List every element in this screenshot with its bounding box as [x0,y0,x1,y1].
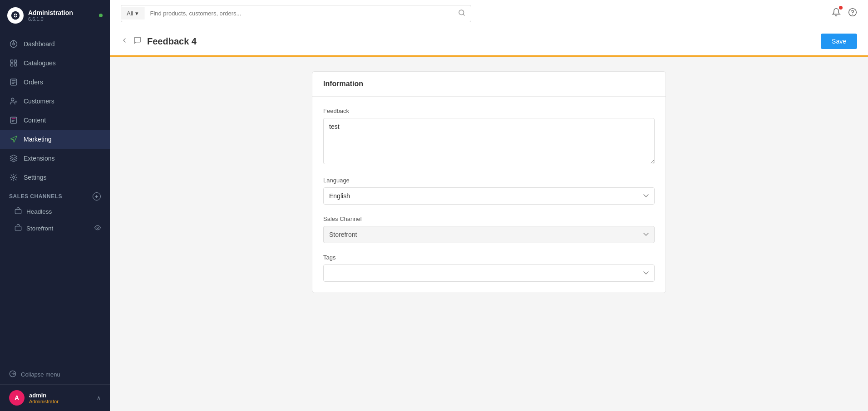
sidebar-brand: Administration 6.6.1.0 [28,9,94,22]
dashboard-icon [9,39,18,49]
collapse-menu-item[interactable]: Collapse menu [0,365,110,384]
save-button[interactable]: Save [821,34,857,49]
information-card: Information Feedback test Language Engli… [312,71,666,293]
svg-point-23 [849,9,857,16]
sidebar-item-content[interactable]: Content [0,111,110,130]
user-menu-chevron[interactable]: ∧ [97,395,101,401]
tags-form-group: Tags [323,254,655,282]
feedback-label: Feedback [323,108,655,114]
orders-icon [9,78,18,87]
user-info: admin Administrator [29,392,92,404]
extensions-icon [9,154,18,163]
customers-icon [9,97,18,106]
main-content: All ▾ [110,0,868,411]
topbar-icons [832,8,857,19]
help-button[interactable] [848,8,857,19]
dashboard-label: Dashboard [24,40,55,48]
sidebar-item-dashboard[interactable]: Dashboard [0,34,110,54]
svg-rect-5 [15,60,17,62]
language-label: Language [323,177,655,184]
settings-icon [9,173,18,182]
collapse-menu-label: Collapse menu [21,371,60,378]
card-header: Information [312,72,666,97]
sidebar: Administration 6.6.1.0 Dashboard [0,0,110,411]
svg-point-12 [11,98,14,101]
comment-button[interactable] [133,36,142,47]
orders-label: Orders [24,78,43,86]
logo [7,7,24,24]
brand-name: Administration [28,9,94,16]
notifications-button[interactable] [832,8,841,19]
extensions-label: Extensions [24,155,54,162]
sidebar-item-marketing[interactable]: Marketing [0,130,110,149]
brand-version: 6.6.1.0 [28,16,94,22]
storefront-label: Storefront [26,225,53,232]
settings-label: Settings [24,174,47,181]
feedback-form-group: Feedback test [323,108,655,166]
sales-channel-label: Sales Channel [323,215,655,222]
svg-rect-7 [15,64,17,66]
search-filter-button[interactable]: All ▾ [121,7,144,20]
topbar: All ▾ [110,0,868,27]
language-select[interactable]: English German French Spanish [323,187,655,205]
feedback-textarea[interactable]: test [323,118,655,164]
user-avatar: A [9,390,25,406]
search-input[interactable] [144,7,453,20]
svg-point-20 [97,227,99,229]
sidebar-item-settings[interactable]: Settings [0,168,110,187]
user-name: admin [29,392,92,399]
headless-icon [15,207,22,216]
svg-point-17 [13,176,15,179]
sidebar-item-orders[interactable]: Orders [0,73,110,92]
online-indicator [99,14,103,17]
content-area: Information Feedback test Language Engli… [110,57,868,411]
catalogues-label: Catalogues [24,59,56,67]
sidebar-header: Administration 6.6.1.0 [0,0,110,31]
marketing-label: Marketing [24,136,51,143]
page-header: Feedback 4 Save [110,27,868,57]
back-button[interactable] [121,37,128,46]
search-filter-label: All [127,10,133,17]
svg-rect-4 [10,60,13,62]
catalogues-icon [9,59,18,68]
add-sales-channel-button[interactable]: + [93,192,101,201]
tags-label: Tags [323,254,655,261]
card-body: Feedback test Language English German Fr… [312,97,666,293]
marketing-icon [9,135,18,144]
sidebar-item-catalogues[interactable]: Catalogues [0,54,110,73]
svg-rect-6 [10,64,13,66]
user-role: Administrator [29,399,92,404]
sidebar-item-extensions[interactable]: Extensions [0,149,110,168]
search-filter-chevron-icon: ▾ [135,10,138,17]
svg-point-2 [13,43,15,45]
sidebar-item-storefront[interactable]: Storefront [0,220,110,237]
content-icon [9,116,18,125]
storefront-visibility-icon [94,225,101,232]
tags-select[interactable] [323,264,655,282]
page-title: Feedback 4 [147,36,197,47]
sidebar-item-headless[interactable]: Headless [0,203,110,220]
sidebar-item-customers[interactable]: Customers [0,92,110,111]
content-label: Content [24,117,46,124]
sidebar-user: A admin Administrator ∧ [0,384,110,411]
search-wrapper: All ▾ [121,5,471,22]
collapse-menu-icon [9,370,16,379]
sales-channels-section: Sales Channels + [0,187,110,203]
storefront-icon [15,224,22,233]
customers-label: Customers [24,98,54,105]
sidebar-nav: Dashboard Catalogues [0,31,110,365]
language-form-group: Language English German French Spanish [323,177,655,205]
headless-label: Headless [26,208,52,215]
svg-rect-19 [15,226,21,230]
sales-channel-form-group: Sales Channel Storefront Headless [323,215,655,243]
search-submit-button[interactable] [453,5,471,22]
notification-badge [839,6,843,10]
sales-channels-label: Sales Channels [9,193,62,200]
sales-channel-select[interactable]: Storefront Headless [323,226,655,243]
svg-rect-18 [15,210,21,214]
